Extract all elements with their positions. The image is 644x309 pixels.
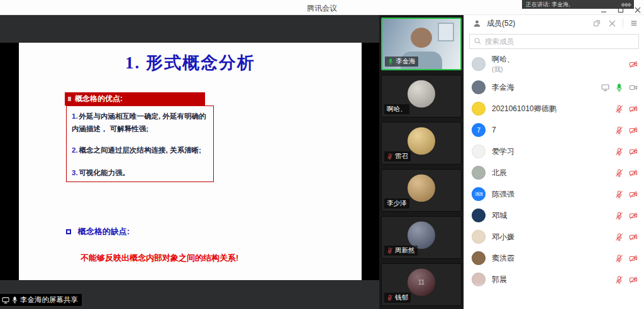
cam-off-icon[interactable]: [629, 126, 638, 134]
mic-off-icon[interactable]: [615, 276, 623, 284]
member-name: 李金海: [492, 82, 595, 93]
thumb-name: 钱郁: [395, 293, 408, 302]
member-row[interactable]: 爱学习: [464, 141, 644, 162]
slide-bullet: 2.概念之间通过层次结构连接, 关系清晰;: [72, 144, 208, 156]
member-status-icons: [615, 126, 638, 134]
close-icon[interactable]: [633, 6, 641, 14]
mic-off-icon[interactable]: [387, 247, 393, 254]
member-row[interactable]: 77: [464, 119, 644, 141]
cam-off-icon[interactable]: [629, 105, 638, 113]
video-thumb[interactable]: 雷召: [381, 122, 462, 165]
member-row[interactable]: 李金海: [464, 77, 644, 98]
header-divider: [623, 19, 623, 28]
member-name-text: 窦洪霞: [492, 253, 609, 264]
microphone-icon: [11, 296, 18, 303]
thumb-name: 李少泽: [387, 199, 407, 208]
mic-off-icon[interactable]: [615, 169, 623, 177]
member-status-icons: [615, 105, 638, 113]
member-list: 啊哈、(我)李金海2021061010卿德鹏77爱学习北辰强强陈强强邓城邓小媛窦…: [464, 52, 644, 309]
mic-off-icon[interactable]: [615, 233, 623, 241]
member-row[interactable]: 郭晨: [464, 269, 644, 290]
member-name: 啊哈、(我): [492, 54, 623, 74]
avatar: [408, 174, 435, 202]
member-subtitle: (我): [492, 65, 623, 74]
video-thumbnail-strip: 李金海啊哈、雷召李少泽周新然11钱郁: [379, 15, 464, 309]
cam-off-icon[interactable]: [629, 190, 638, 198]
share-badge-text: 李金海的屏幕共享: [20, 295, 78, 305]
mic-off-icon[interactable]: [615, 212, 623, 220]
menu-icon[interactable]: [628, 19, 640, 27]
member-name: 北辰: [492, 168, 609, 178]
cam-on-icon[interactable]: [629, 84, 638, 92]
mic-off-icon[interactable]: [615, 190, 623, 198]
screen-share-icon: [2, 296, 9, 304]
avatar: 7: [472, 123, 486, 137]
slide-disadvantage-text: 不能够反映出概念内部对象之间的结构关系!: [80, 252, 238, 264]
popout-panel-icon[interactable]: [591, 19, 603, 27]
member-panel-title: 成员(52): [487, 18, 515, 29]
title-bar: 腾讯会议 正在讲话: 李金海, ◆◆◆: [0, 0, 644, 15]
avatar: [472, 57, 486, 71]
meeting-window: 腾讯会议 正在讲话: 李金海, ◆◆◆ 1. 形式概念分析: [0, 0, 644, 309]
cam-off-icon[interactable]: [629, 60, 638, 68]
member-row[interactable]: 2021061010卿德鹏: [464, 98, 644, 119]
member-status-icons: [615, 190, 638, 198]
cam-off-icon[interactable]: [629, 169, 638, 177]
slide-advantages-box: 1.外延与内涵相互唯一确定, 外延有明确的内涵描述， 可解释性强; 2.概念之间…: [66, 106, 214, 182]
member-name: 爱学习: [492, 146, 609, 157]
avatar: [472, 230, 486, 244]
mic-on-icon[interactable]: [387, 58, 394, 65]
video-thumb[interactable]: 李金海: [381, 18, 462, 70]
slide-disadvantages-header: 概念格的缺点:: [66, 226, 130, 237]
member-name: 7: [492, 126, 609, 134]
member-row[interactable]: 北辰: [464, 162, 644, 183]
member-row[interactable]: 邓小媛: [464, 226, 644, 247]
screen-share-view[interactable]: 1. 形式概念分析 概念格的优点: 1.外延与内涵相互唯一确定, 外延有明确的内…: [0, 15, 379, 309]
avatar: [472, 209, 486, 222]
mic-on-icon[interactable]: [615, 84, 623, 92]
cam-off-icon[interactable]: [629, 233, 638, 241]
member-status-icons: [615, 148, 638, 156]
mic-off-icon[interactable]: [387, 295, 393, 301]
member-name: 2021061010卿德鹏: [492, 104, 609, 114]
speaking-toast-text: 正在讲话: 李金海,: [526, 0, 570, 9]
member-row[interactable]: 强强陈强强: [464, 183, 644, 205]
member-name-text: 啊哈、: [492, 54, 623, 65]
close-panel-icon[interactable]: [606, 20, 618, 27]
member-status-icons: [615, 276, 638, 284]
member-name-text: 2021061010卿德鹏: [492, 104, 609, 114]
mic-off-icon[interactable]: [615, 254, 623, 263]
search-input[interactable]: [469, 34, 639, 49]
mic-off-icon[interactable]: [615, 148, 623, 156]
thumb-name-badge: 李金海: [385, 57, 418, 67]
cam-off-icon[interactable]: [629, 148, 638, 156]
window-background: [438, 23, 454, 41]
member-row[interactable]: 啊哈、(我): [464, 52, 644, 77]
share-top-strip: [0, 15, 379, 43]
video-thumb[interactable]: 周新然: [381, 216, 462, 259]
cam-off-icon[interactable]: [629, 276, 638, 284]
cam-off-icon[interactable]: [629, 254, 638, 263]
avatar: [408, 221, 435, 249]
member-name-text: 7: [492, 126, 609, 134]
thumb-name-badge: 李少泽: [384, 198, 409, 209]
member-name-text: 陈强强: [492, 189, 609, 200]
cam-off-icon[interactable]: [629, 212, 638, 220]
member-status-icons: [615, 233, 638, 241]
members-icon: [470, 19, 484, 28]
mic-off-icon[interactable]: [615, 126, 623, 134]
mic-off-icon[interactable]: [387, 153, 393, 160]
video-thumb[interactable]: 啊哈、: [381, 75, 462, 117]
member-name-text: 郭晨: [492, 274, 609, 285]
member-name-text: 北辰: [492, 168, 609, 178]
member-name-text: 邓小媛: [492, 232, 609, 242]
video-thumb[interactable]: 李少泽: [381, 169, 462, 212]
thumb-name: 雷召: [395, 152, 408, 161]
member-name-text: 邓城: [492, 210, 609, 221]
avatar: [472, 251, 486, 265]
member-row[interactable]: 邓城: [464, 205, 644, 226]
member-row[interactable]: 窦洪霞: [464, 247, 644, 269]
video-thumb[interactable]: 11钱郁: [381, 263, 462, 306]
mic-off-icon[interactable]: [615, 105, 623, 113]
hollow-square-bullet-icon: [66, 229, 71, 234]
